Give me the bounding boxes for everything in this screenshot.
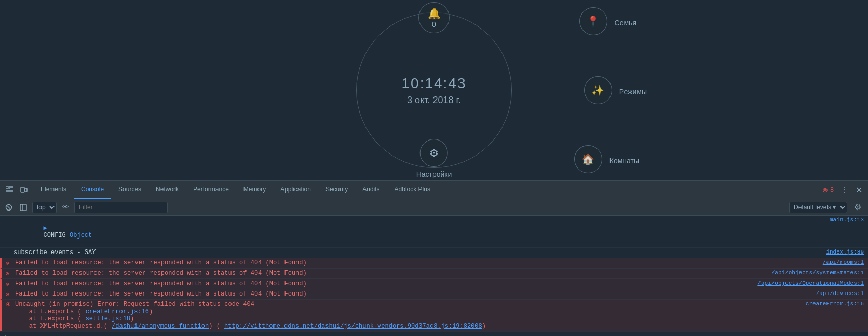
stack-line: at t.exports (createError.js:16)	[6, 308, 153, 315]
svg-line-9	[7, 206, 10, 209]
source-link[interactable]: /api/devices:1	[816, 290, 864, 297]
location-icon: 📍	[587, 15, 600, 27]
tab-performance[interactable]: Performance	[186, 181, 236, 199]
console-text: Failed to load resource: the server resp…	[15, 280, 753, 287]
nav-semya[interactable]: 📍 Семья	[579, 7, 636, 35]
console-error-multiline: ④ Uncaught (in promise) Error: Request f…	[0, 300, 868, 331]
source-link[interactable]: index.js:89	[826, 249, 864, 255]
error-icon: ⊗	[6, 291, 13, 298]
console-text: ▶ CONFIG Object	[13, 217, 825, 246]
source-link[interactable]: /api/rooms:1	[823, 259, 864, 265]
console-line: ▶ CONFIG Object main.js:13	[0, 216, 868, 248]
console-settings-button[interactable]: ⚙	[850, 200, 865, 215]
komnaty-icon-circle[interactable]: 🏠	[574, 145, 602, 173]
tab-sources[interactable]: Sources	[111, 181, 148, 199]
error-count: 8	[830, 186, 834, 193]
log-levels-selector[interactable]: Default levels ▾	[789, 202, 847, 213]
tab-audits[interactable]: Audits	[355, 181, 387, 199]
tab-network[interactable]: Network	[148, 181, 186, 199]
rejimy-icon-circle[interactable]: ✨	[584, 76, 612, 104]
console-error-line: ⊗ Failed to load resource: the server re…	[0, 279, 868, 289]
nav-rejimy[interactable]: ✨ Режимы	[584, 76, 647, 104]
devtools-panel: Elements Console Sources Network Perform…	[0, 180, 868, 336]
chunk-vendors-link[interactable]: http://vitthome.ddns.net/dashui/js/chunk…	[224, 323, 482, 330]
devtools-left-icons	[2, 183, 31, 197]
semya-label: Семья	[615, 19, 636, 27]
object-triangle[interactable]: ▶	[44, 225, 47, 232]
rejimy-label: Режимы	[619, 88, 647, 96]
console-error-line: ⊗ Failed to load resource: the server re…	[0, 289, 868, 300]
more-options-button[interactable]: ⋮	[837, 183, 851, 197]
app-area: 10:14:43 3 окт. 2018 г. 🔔 0 ⚙ Настройки …	[0, 0, 868, 180]
console-text: Failed to load resource: the server resp…	[15, 270, 767, 277]
magic-icon: ✨	[591, 84, 604, 96]
toggle-console-sidebar[interactable]	[18, 202, 29, 213]
console-text: Failed to load resource: the server resp…	[15, 290, 812, 298]
tab-security[interactable]: Security	[318, 181, 355, 199]
error-count-badge: ⊗ 8	[822, 186, 834, 194]
semya-icon-circle[interactable]: 📍	[579, 7, 607, 35]
svg-rect-10	[20, 204, 26, 211]
device-toolbar-button[interactable]	[17, 183, 31, 197]
devtools-tabs-bar: Elements Console Sources Network Perform…	[0, 181, 868, 199]
source-link[interactable]: main.js:13	[830, 217, 864, 223]
notification-count: 0	[432, 21, 436, 28]
bell-icon: 🔔	[428, 7, 441, 20]
eye-icon[interactable]: 👁	[60, 202, 71, 213]
inspect-element-button[interactable]	[2, 183, 17, 197]
tab-elements[interactable]: Elements	[33, 181, 74, 199]
console-line: subscribe events - SAY index.js:89	[0, 248, 868, 258]
error-icon: ⊗	[822, 186, 828, 194]
error-icon: ⊗	[6, 281, 13, 287]
settle-link[interactable]: settle.js:18	[86, 315, 130, 323]
home-icon: 🏠	[581, 153, 594, 165]
console-error-line: ⊗ Failed to load resource: the server re…	[0, 269, 868, 279]
bell-icon-circle[interactable]: 🔔 0	[418, 2, 450, 33]
circle-container: 10:14:43 3 окт. 2018 г. 🔔 0 ⚙ Настройки …	[315, 2, 553, 178]
svg-rect-0	[6, 186, 8, 189]
tab-console[interactable]: Console	[74, 181, 111, 199]
console-output: ▶ CONFIG Object main.js:13 subscribe eve…	[0, 216, 868, 336]
source-link[interactable]: /api/objects/systemStates:1	[771, 270, 864, 276]
tab-memory[interactable]: Memory	[236, 181, 273, 199]
tab-adblock[interactable]: Adblock Plus	[387, 181, 438, 199]
clear-console-button[interactable]	[3, 202, 15, 213]
console-error-line: ⊗ Failed to load resource: the server re…	[0, 258, 868, 269]
settings-icon-circle[interactable]: ⚙	[420, 139, 448, 167]
nav-komnaty[interactable]: 🏠 Комнаты	[574, 145, 639, 173]
console-toolbar: top 👁 Default levels ▾ ⚙	[0, 199, 868, 216]
stack-line: at XMLHttpRequest.d.(/dashui/anonymous_f…	[6, 323, 486, 330]
nav-settings[interactable]: ⚙ Настройки	[416, 139, 452, 178]
date-display: 3 окт. 2018 г.	[407, 95, 461, 106]
console-text: Failed to load resource: the server resp…	[15, 259, 819, 267]
console-filter-input[interactable]	[74, 202, 168, 213]
object-link[interactable]: Object	[70, 232, 92, 239]
nav-notifications[interactable]: 🔔 0	[418, 2, 450, 33]
komnaty-label: Комнаты	[609, 157, 639, 165]
svg-rect-6	[21, 187, 24, 192]
source-link[interactable]: createError.js:16	[806, 301, 864, 307]
tab-application[interactable]: Application	[273, 181, 318, 199]
close-devtools-button[interactable]: ✕	[851, 183, 866, 197]
createerror-link[interactable]: createError.js:16	[86, 308, 149, 315]
settings-label: Настройки	[416, 170, 452, 178]
stack-line: at t.exports (settle.js:18)	[6, 315, 134, 323]
console-text: Uncaught (in promise) Error: Request fai…	[15, 301, 802, 308]
console-prompt: ›	[0, 331, 868, 336]
svg-rect-7	[25, 188, 27, 192]
context-selector[interactable]: top	[32, 202, 57, 213]
time-display: 10:14:43	[402, 75, 467, 92]
console-text: subscribe events - SAY	[13, 249, 822, 256]
source-link[interactable]: /api/objects/OperationalModes:1	[757, 280, 864, 286]
anon-link[interactable]: /dashui/anonymous_function	[112, 323, 209, 330]
error-num-icon: ④	[6, 301, 13, 308]
error-icon: ⊗	[6, 270, 13, 277]
prompt-arrow: ›	[4, 333, 8, 337]
sliders-icon: ⚙	[429, 147, 439, 159]
error-icon: ⊗	[6, 260, 13, 267]
